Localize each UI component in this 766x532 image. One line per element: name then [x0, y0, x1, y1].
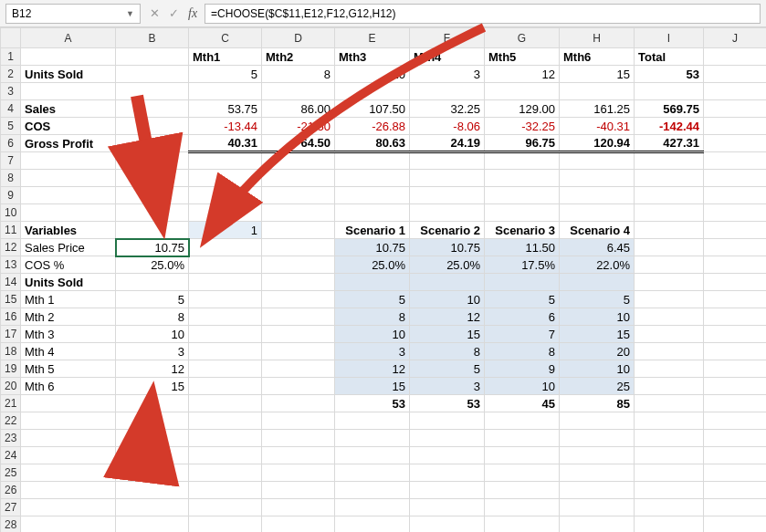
cell[interactable]: 8 [410, 343, 485, 360]
cell[interactable]: Mth6 [560, 48, 635, 66]
rowhead-6[interactable]: 6 [1, 135, 21, 152]
rowhead-21[interactable]: 21 [1, 395, 21, 412]
cell[interactable]: 12 [485, 66, 560, 83]
rowhead-23[interactable]: 23 [1, 430, 21, 447]
cell[interactable]: Mth 1 [21, 291, 116, 308]
cell[interactable]: Mth2 [262, 48, 335, 66]
cell[interactable]: 10 [116, 326, 189, 343]
cell[interactable]: 3 [410, 66, 485, 83]
cell[interactable]: Units Sold [21, 274, 116, 291]
col-e[interactable]: E [335, 28, 410, 48]
col-c[interactable]: C [189, 28, 262, 48]
cell[interactable]: 10 [560, 360, 635, 378]
cell[interactable]: 107.50 [335, 100, 410, 118]
rowhead-19[interactable]: 19 [1, 360, 21, 378]
cell[interactable]: 5 [335, 291, 410, 308]
cell[interactable]: 10 [410, 291, 485, 308]
col-f[interactable]: F [410, 28, 485, 48]
rowhead-14[interactable]: 14 [1, 274, 21, 291]
cell-b12-selected[interactable]: 10.75 [116, 239, 189, 256]
cell[interactable]: COS [21, 118, 116, 135]
cell[interactable]: 25.0% [410, 256, 485, 274]
rowhead-11[interactable]: 11 [1, 222, 21, 239]
cell[interactable]: 86.00 [262, 100, 335, 118]
col-d[interactable]: D [262, 28, 335, 48]
cell[interactable]: 53 [410, 395, 485, 412]
cell[interactable]: 3 [116, 343, 189, 360]
col-h[interactable]: H [560, 28, 635, 48]
cell[interactable]: 17.5% [485, 256, 560, 274]
rowhead-28[interactable]: 28 [1, 516, 21, 533]
cell[interactable]: 10 [335, 66, 410, 83]
rowhead-1[interactable]: 1 [1, 48, 21, 66]
cell[interactable]: -21.50 [262, 118, 335, 135]
cell[interactable]: Mth4 [410, 48, 485, 66]
cell[interactable]: 427.31 [635, 135, 704, 152]
cell[interactable]: Mth1 [189, 48, 262, 66]
rowhead-24[interactable]: 24 [1, 447, 21, 464]
col-b[interactable]: B [116, 28, 189, 48]
cell[interactable]: 53 [635, 66, 704, 83]
cell[interactable]: 10 [560, 308, 635, 326]
col-j[interactable]: J [704, 28, 767, 48]
select-all[interactable] [1, 28, 21, 48]
rowhead-9[interactable]: 9 [1, 187, 21, 204]
cell[interactable]: Scenario 2 [410, 222, 485, 239]
cell[interactable]: 5 [410, 360, 485, 378]
rowhead-8[interactable]: 8 [1, 170, 21, 187]
cell[interactable]: Scenario 3 [485, 222, 560, 239]
cell[interactable]: 96.75 [485, 135, 560, 152]
rowhead-18[interactable]: 18 [1, 343, 21, 360]
rowhead-5[interactable]: 5 [1, 118, 21, 135]
rowhead-26[interactable]: 26 [1, 482, 21, 499]
rowhead-7[interactable]: 7 [1, 152, 21, 170]
cell[interactable]: -13.44 [189, 118, 262, 135]
rowhead-12[interactable]: 12 [1, 239, 21, 256]
cell[interactable]: 25 [560, 378, 635, 395]
cell[interactable]: 8 [262, 66, 335, 83]
cell[interactable]: 6.45 [560, 239, 635, 256]
cell[interactable]: 15 [410, 326, 485, 343]
cell[interactable]: 10 [485, 378, 560, 395]
cell[interactable]: -32.25 [485, 118, 560, 135]
cell[interactable]: Mth5 [485, 48, 560, 66]
col-a[interactable]: A [21, 28, 116, 48]
cell[interactable]: Units Sold [21, 66, 116, 83]
cell[interactable]: 15 [335, 378, 410, 395]
rowhead-22[interactable]: 22 [1, 412, 21, 430]
cell[interactable]: 11.50 [485, 239, 560, 256]
cell[interactable]: Mth 2 [21, 308, 116, 326]
cell[interactable]: 40.31 [189, 135, 262, 152]
cell[interactable]: 5 [485, 291, 560, 308]
cell[interactable]: 80.63 [335, 135, 410, 152]
rowhead-4[interactable]: 4 [1, 100, 21, 118]
cell[interactable]: 12 [116, 360, 189, 378]
cell[interactable]: Mth 5 [21, 360, 116, 378]
cell[interactable]: Mth 4 [21, 343, 116, 360]
rowhead-17[interactable]: 17 [1, 326, 21, 343]
chevron-down-icon[interactable]: ▼ [126, 9, 134, 18]
cell[interactable]: 120.94 [560, 135, 635, 152]
cell[interactable]: 12 [410, 308, 485, 326]
rowhead-10[interactable]: 10 [1, 204, 21, 222]
rowhead-20[interactable]: 20 [1, 378, 21, 395]
cell[interactable]: 53 [335, 395, 410, 412]
cell[interactable]: Mth 6 [21, 378, 116, 395]
cell[interactable]: 85 [560, 395, 635, 412]
cell[interactable]: 25.0% [335, 256, 410, 274]
cell[interactable]: 45 [485, 395, 560, 412]
cell[interactable]: 7 [485, 326, 560, 343]
cell[interactable]: Mth3 [335, 48, 410, 66]
cell[interactable]: 8 [485, 343, 560, 360]
rowhead-2[interactable]: 2 [1, 66, 21, 83]
cell[interactable]: Scenario 1 [335, 222, 410, 239]
rowhead-27[interactable]: 27 [1, 499, 21, 516]
cell[interactable]: 15 [560, 66, 635, 83]
cell[interactable]: 24.19 [410, 135, 485, 152]
cell[interactable]: 10.75 [335, 239, 410, 256]
col-g[interactable]: G [485, 28, 560, 48]
cancel-icon[interactable]: ✕ [150, 6, 160, 20]
cell[interactable]: 161.25 [560, 100, 635, 118]
rowhead-13[interactable]: 13 [1, 256, 21, 274]
cell[interactable]: 53.75 [189, 100, 262, 118]
